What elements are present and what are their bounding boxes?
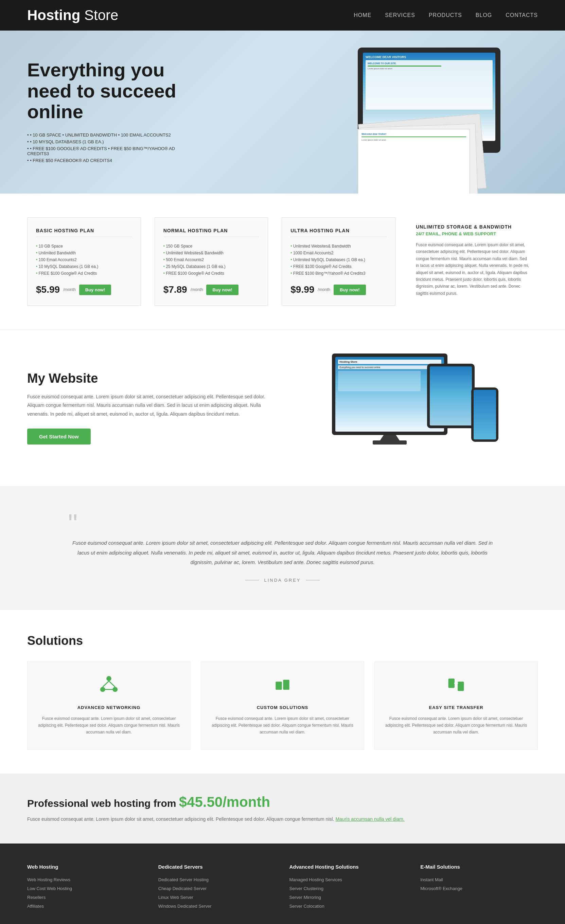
footer-link-reviews[interactable]: Web Hosting Reviews [27,877,70,882]
phone-screen [471,387,499,442]
plan-features-basic: 10 GB Space Unlimited Bandwidth 100 Emai… [36,244,132,276]
footer-link-linux-server[interactable]: Linux Web Server [158,895,193,900]
nav-contacts[interactable]: CONTACTS [506,12,538,18]
footer-link-item: Windows Dedicated Server [158,903,276,909]
transfer-icon [385,675,527,698]
plan-name-normal: NORMAL HOSTING PLAN [164,228,260,237]
nav-products[interactable]: PRODUCTS [429,12,462,18]
mywebsite-content: My Website Fusce euismod consequat ante.… [27,371,269,444]
footer-col-email: E-Mail Solutions Instant Mail Microsoft®… [420,864,538,912]
buy-ultra-button[interactable]: Buy now! [334,285,366,295]
pricing-section: BASIC HOSTING PLAN 10 GB Space Unlimited… [0,194,565,329]
main-nav: HOME SERVICES PRODUCTS BLOG CONTACTS [354,12,538,18]
solution-desc-custom: Fusce euismod consequat ante. Lorem ipsu… [211,715,354,736]
footer-link-item: Instant Mail [420,876,538,883]
footer-grid: Web Hosting Web Hosting Reviews Low Cost… [27,864,538,912]
plan-name-basic: BASIC HOSTING PLAN [36,228,132,237]
solutions-section: Solutions ADVANCED NETWORKING Fusce euis… [0,610,565,774]
mywebsite-description: Fusce euismod consequat ante. Lorem ipsu… [27,393,269,418]
get-started-button[interactable]: Get Started Now [27,429,91,444]
logo-bold: Hosting [27,7,80,23]
hero-section: Everything you need to succeed online • … [0,30,565,194]
footer-link-mirroring[interactable]: Server Mirroring [290,895,321,900]
svg-rect-8 [448,678,455,688]
footer-link-item: Affiliates [27,903,145,909]
footer-link-item: Linux Web Server [158,894,276,900]
solution-desc-networking: Fusce euismod consequat ante. Lorem ipsu… [38,715,180,736]
nav-home[interactable]: HOME [354,12,371,18]
footer-link-colocation[interactable]: Server Colocation [290,904,325,909]
solutions-grid: ADVANCED NETWORKING Fusce euismod conseq… [27,662,538,750]
footer-col-dedicated: Dedicated Servers Dedicated Server Hosti… [158,864,276,912]
footer-link-microsoft-exchange[interactable]: Microsoft® Exchange [420,886,463,891]
footer-link-dedicated-hosting[interactable]: Dedicated Server Hosting [158,877,209,882]
screen-subtitle: Everything you need to succeed online [338,365,441,369]
price-normal: $7.89 [164,284,187,295]
buy-normal-button[interactable]: Buy now! [206,285,239,295]
hero-features: • 10 GB SPACE • UNLIMITED BANDWIDTH • 10… [27,132,197,163]
author-name: LINDA GREY [264,578,301,583]
footer-link-resellers[interactable]: Resellers [27,895,45,900]
footer-title-advanced: Advanced Hosting Solutions [290,864,407,870]
cta-desc-text: Fusce euismod consequat ante. Lorem ipsu… [27,816,334,822]
pricing-info-subtitle: 24/7 EMAIL, PHONE & WEB SUPPORT [416,231,531,236]
footer-link-item: Microsoft® Exchange [420,885,538,891]
solution-name-transfer: EASY SITE TRANSFER [385,705,527,710]
site-header: Hosting Store HOME SERVICES PRODUCTS BLO… [0,0,565,30]
footer-link-item: Dedicated Server Hosting [158,876,276,883]
footer-link-item: Server Clustering [290,885,407,891]
site-footer: Web Hosting Web Hosting Reviews Low Cost… [0,843,565,924]
solution-card-networking: ADVANCED NETWORKING Fusce euismod conseq… [27,662,191,750]
svg-line-4 [109,681,115,687]
footer-links-email: Instant Mail Microsoft® Exchange [420,876,538,891]
cta-link[interactable]: Mauris accumsan nulla vel diam. [335,816,404,822]
buy-basic-button[interactable]: Buy now! [79,285,111,295]
footer-link-item: Low Cost Web Hosting [27,885,145,891]
footer-link-managed[interactable]: Managed Hosting Services [290,877,342,882]
solutions-title: Solutions [27,634,538,648]
footer-link-item: Cheap Dedicated Server [158,885,276,891]
custom-icon [211,675,354,698]
pricing-card-ultra: ULTRA HOSTING PLAN Unlimited Websites& B… [282,218,395,306]
footer-link-windows-server[interactable]: Windows Dedicated Server [158,904,212,909]
mywebsite-title: My Website [27,371,269,386]
footer-title-dedicated: Dedicated Servers [158,864,276,870]
hero-feature-4: • FREE $50 FACEBOOK® AD CREDITS4 [27,158,197,163]
footer-col-webhosting: Web Hosting Web Hosting Reviews Low Cost… [27,864,145,912]
footer-link-item: Resellers [27,894,145,900]
footer-links-webhosting: Web Hosting Reviews Low Cost Web Hosting… [27,876,145,909]
footer-link-item: Web Hosting Reviews [27,876,145,883]
svg-rect-9 [458,681,464,691]
footer-title-email: E-Mail Solutions [420,864,538,870]
screens-mockup: Hosting Store Everything you need to suc… [332,354,502,462]
period-normal: /month [191,287,203,292]
pricing-card-basic: BASIC HOSTING PLAN 10 GB Space Unlimited… [27,218,141,306]
testimonial-author: LINDA GREY [68,578,497,583]
pricing-info-title: UNLIMITED STORAGE & BANDWIDTH [416,224,531,230]
solution-name-networking: ADVANCED NETWORKING [38,705,180,710]
solution-card-custom: CUSTOM SOLUTIONS Fusce euismod consequat… [201,662,364,750]
nav-blog[interactable]: BLOG [476,12,492,18]
footer-link-affiliates[interactable]: Affiliates [27,904,44,909]
site-logo[interactable]: Hosting Store [27,7,118,23]
hero-title: Everything you need to succeed online [27,59,197,122]
mywebsite-section: My Website Fusce euismod consequat ante.… [0,329,565,486]
quote-open: " [68,513,497,535]
solution-card-transfer: EASY SITE TRANSFER Fusce euismod consequ… [374,662,538,750]
pricing-info: UNLIMITED STORAGE & BANDWIDTH 24/7 EMAIL… [409,218,538,306]
plan-price-ultra: $9.99 /month Buy now! [290,284,387,295]
footer-link-cheap-dedicated[interactable]: Cheap Dedicated Server [158,886,207,891]
solution-desc-transfer: Fusce euismod consequat ante. Lorem ipsu… [385,715,527,736]
footer-link-lowcost[interactable]: Low Cost Web Hosting [27,886,72,891]
plan-features-normal: 150 GB Space Unlimited Websites& Bandwid… [164,244,260,276]
svg-line-3 [102,681,109,687]
footer-link-clustering[interactable]: Server Clustering [290,886,323,891]
plan-features-ultra: Unlimited Websites& Bandwidth 1000 Email… [290,244,387,276]
footer-links-advanced: Managed Hosting Services Server Clusteri… [290,876,407,909]
nav-services[interactable]: SERVICES [385,12,415,18]
footer-link-instant-mail[interactable]: Instant Mail [420,877,443,882]
footer-col-advanced: Advanced Hosting Solutions Managed Hosti… [290,864,407,912]
testimonial-text: Fusce euismod consequat ante. Lorem ipsu… [68,538,497,567]
cta-description: Fusce euismod consequat ante. Lorem ipsu… [27,815,538,824]
footer-links-dedicated: Dedicated Server Hosting Cheap Dedicated… [158,876,276,909]
